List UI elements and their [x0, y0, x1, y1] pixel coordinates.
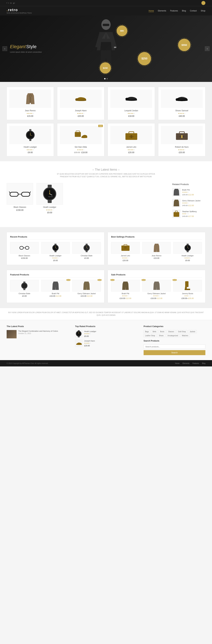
nav-features[interactable]: Features — [170, 10, 178, 12]
svg-text:RETRO: RETRO — [48, 196, 53, 198]
hero-dot-1[interactable] — [104, 78, 106, 80]
product-link[interactable]: Jean Renno — [25, 110, 36, 112]
products-grid-row1: Jean Renno ★★★★★ £15.00 Joseph Hann ★★★★… — [7, 87, 205, 120]
footer-nav-blog[interactable]: Blog — [202, 362, 205, 364]
nav-shop[interactable]: Shop — [201, 10, 205, 12]
top-rated-stars: ★★★★★ — [84, 342, 137, 344]
sale-badge: Sale! — [97, 279, 102, 281]
latest-name: Heath Leadger — [36, 206, 63, 208]
product-card-jean-renno: Jean Renno ★★★★★ £15.00 — [7, 87, 54, 120]
svg-point-13 — [30, 135, 31, 136]
related-price: £45.00£12.00 — [182, 204, 205, 206]
cat-uncategorized[interactable]: Uncategorized — [166, 334, 180, 337]
product-price: £20.00 — [110, 151, 152, 154]
mini-img — [142, 242, 171, 254]
nav-blog[interactable]: Blog — [182, 10, 186, 12]
cat-watches[interactable]: Watches — [180, 334, 190, 337]
product-name: Leopold Jordan — [110, 110, 152, 112]
linkedin-icon[interactable]: in — [10, 2, 12, 4]
cat-belts[interactable]: Belts — [151, 330, 158, 333]
search-button[interactable]: Search — [144, 350, 205, 355]
products-grid-row2: Heath Leadger ★★★★★ £9.00 Sale Set Alan … — [7, 123, 205, 156]
svg-rect-56 — [124, 247, 127, 248]
footer-latest-posts: The Latest Posts The Elegant Combination… — [7, 325, 68, 355]
svg-point-35 — [49, 193, 50, 194]
mini-price: £9.00 — [41, 260, 70, 262]
twitter-icon[interactable]: t — [8, 2, 9, 4]
product-link[interactable]: Robert de Nuro — [175, 146, 189, 148]
mini-name: Heath Leadger — [41, 255, 70, 257]
mini-price: £3.00 — [10, 295, 39, 297]
svg-line-27 — [9, 191, 10, 193]
product-img-briefcase-dark — [161, 126, 203, 144]
cat-leather-strap[interactable]: Leather Strap — [144, 334, 157, 337]
footer-post-img — [7, 330, 16, 338]
top-rated-name[interactable]: Joseph Hann — [84, 340, 137, 342]
related-item-gerry-oldmann: Gerry Oldmann Jacket ★★★★★ £45.00£12.00 — [172, 199, 205, 207]
products-section-row1: Jean Renno ★★★★★ £15.00 Joseph Hann ★★★★… — [0, 82, 212, 161]
sale-badge: Sale! — [172, 279, 177, 281]
hero-content: Elegant Style Lorem ipsum dolor sit amet… — [0, 44, 52, 54]
nav-elements[interactable]: Elements — [158, 10, 166, 12]
logo[interactable]: .retro Niche eCommerce WordPress Theme — [7, 8, 32, 14]
cat-boots[interactable]: Boots — [159, 330, 166, 333]
footer-copyright: © 2013 Copyright by AllThemes Club. All … — [0, 360, 212, 366]
cat-bags[interactable]: Bags — [144, 330, 150, 333]
product-link[interactable]: Heath Leadger — [24, 146, 37, 148]
nav-home[interactable]: Home — [149, 10, 154, 12]
product-card-shoes-samuel: Shoes Samuel ★★★★★ £40.00 — [158, 87, 205, 120]
cat-glasses[interactable]: Glasses — [167, 330, 176, 333]
sale-title: Sale Products — [111, 274, 202, 278]
hero-text: Elegant Style Lorem ipsum dolor sit amet… — [10, 44, 42, 54]
product-stars: ★★★★★ — [110, 112, 152, 114]
mini-name-jeremy-boots: Jeremy Boots — [173, 292, 202, 294]
mini-product-jean: Jean Renno £15.00 — [142, 242, 171, 262]
search-input[interactable] — [144, 344, 205, 349]
product-stars: ★★★★★ — [161, 149, 203, 151]
cat-gold-strap[interactable]: Gold Strap — [176, 330, 187, 333]
top-rated-name[interactable]: Heath Leadger — [84, 330, 137, 332]
product-link[interactable]: Shoes Samuel — [175, 110, 188, 112]
price-bubble-3: $250 — [138, 52, 151, 65]
logo-subtitle: Niche eCommerce WordPress Theme — [7, 12, 32, 14]
svg-point-5 — [125, 98, 129, 100]
mini-stars: ★★★★★ — [173, 295, 202, 297]
product-price: £9.00 — [9, 151, 51, 154]
hero-prev-arrow[interactable]: ‹ — [2, 46, 7, 51]
facebook-icon[interactable]: f — [7, 2, 7, 4]
mini-img — [142, 280, 171, 292]
hero-dot-2[interactable] — [106, 78, 108, 80]
mini-product-sale-gerry: Sale! Gerry Oldmann Jacket ★★★★★ £16.00 … — [142, 280, 171, 299]
footer-post-title[interactable]: The Elegant Combination and Harmony of C… — [18, 330, 68, 332]
mini-stars: ★★★★★ — [41, 257, 70, 259]
related-info: Brath Pitt ★★★★★ £35.00£12.00 — [182, 189, 205, 196]
sale-products-box: Sale Products Sale! Brath Pitt ★★★★★ £16… — [108, 270, 205, 303]
mini-product-brath-pitt: Sale! Brath Pitt £16.00 £12.00 — [41, 280, 70, 297]
top-rated-price: £20.00 — [84, 345, 137, 347]
hero-dots — [104, 78, 108, 80]
cat-shoes[interactable]: Shoes — [157, 334, 165, 337]
mini-name: Gerry Oldmann Jacket — [72, 292, 101, 294]
latest-img-watch: RETRO — [36, 183, 63, 205]
product-link[interactable]: Leopold Jordan — [124, 110, 138, 112]
hero-next-arrow[interactable]: › — [205, 46, 210, 51]
footer-nav-home[interactable]: Home — [175, 362, 180, 364]
mini-img — [41, 280, 70, 292]
user-avatar[interactable] — [202, 1, 205, 5]
gplus-icon[interactable]: g+ — [13, 2, 15, 4]
footer-nav-elements[interactable]: Elements — [183, 362, 190, 364]
copyright-text: © 2013 Copyright by AllThemes Club. All … — [7, 362, 48, 364]
product-link[interactable]: Jarred Leto — [126, 146, 136, 148]
related-price: £35.00£12.00 — [182, 194, 205, 196]
product-img-set — [60, 126, 102, 144]
nav-contact[interactable]: Contact — [190, 10, 197, 12]
footer-nav-features[interactable]: Features — [193, 362, 199, 364]
top-rated-img-watch — [75, 330, 83, 338]
mini-stars: ★★★★★ — [111, 295, 140, 297]
related-img-bag — [172, 210, 181, 218]
mini-name: Jean Renno — [142, 255, 171, 257]
product-link[interactable]: Set Alan Allda — [75, 146, 87, 148]
product-link[interactable]: Joseph Hann — [75, 110, 87, 112]
cat-jackets[interactable]: Jackets — [188, 330, 197, 333]
product-name: Jean Renno — [9, 110, 51, 112]
